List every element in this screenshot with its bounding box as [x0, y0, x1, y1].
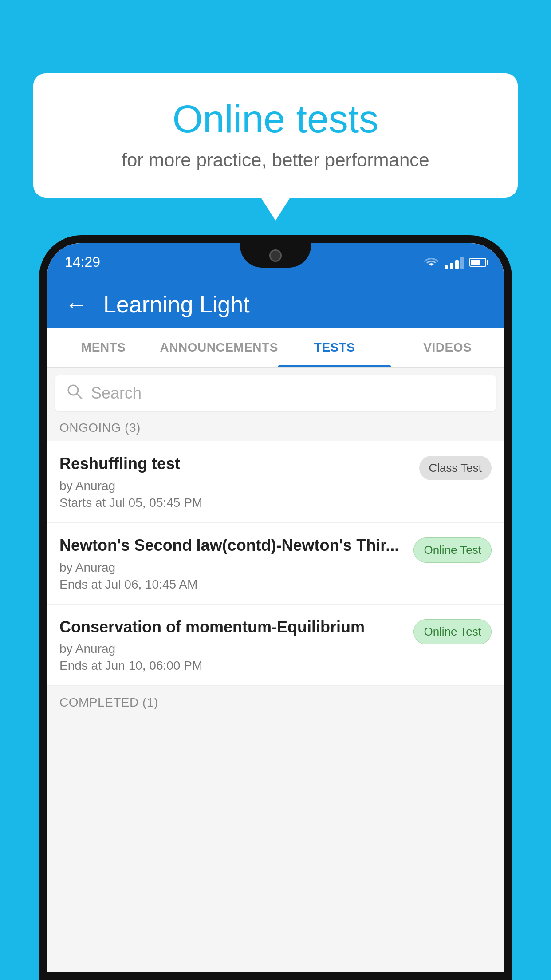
tab-ments[interactable]: MENTS [47, 328, 160, 367]
tabs-bar: MENTS ANNOUNCEMENTS TESTS VIDEOS [47, 328, 504, 368]
phone-container: 14:29 [39, 235, 512, 980]
status-icons [423, 256, 486, 269]
test-badge-online: Online Test [413, 537, 492, 563]
test-badge-online-2: Online Test [413, 619, 492, 644]
test-author: by Anurag [59, 561, 405, 575]
test-list: Reshuffling test by Anurag Starts at Jul… [47, 441, 504, 686]
battery-fill [471, 260, 480, 265]
tab-tests[interactable]: TESTS [278, 328, 391, 367]
test-date: Ends at Jun 10, 06:00 PM [59, 659, 405, 673]
phone-screen: 14:29 [47, 243, 504, 972]
wifi-icon [423, 256, 439, 269]
test-author: by Anurag [59, 642, 405, 656]
test-item[interactable]: Reshuffling test by Anurag Starts at Jul… [47, 441, 504, 523]
search-placeholder: Search [91, 384, 142, 403]
test-name: Reshuffling test [59, 454, 410, 474]
search-bar[interactable]: Search [55, 375, 496, 411]
speech-bubble: Online tests for more practice, better p… [33, 73, 518, 198]
status-bar: 14:29 [47, 243, 504, 281]
search-icon [66, 383, 83, 404]
svg-line-1 [77, 394, 82, 399]
screen-content: Search ONGOING (3) Reshuffling test by A… [47, 368, 504, 972]
notch-cutout [240, 243, 311, 268]
completed-section-label: COMPLETED (1) [47, 686, 504, 716]
app-bar: ← Learning Light [47, 281, 504, 328]
test-name: Newton's Second law(contd)-Newton's Thir… [59, 535, 405, 556]
test-item-left: Reshuffling test by Anurag Starts at Jul… [59, 454, 419, 510]
status-time: 14:29 [65, 254, 100, 270]
app-bar-title: Learning Light [103, 291, 250, 318]
test-date: Ends at Jul 06, 10:45 AM [59, 577, 405, 592]
test-item-left: Conservation of momentum-Equilibrium by … [59, 617, 413, 673]
test-author: by Anurag [59, 479, 410, 493]
test-item[interactable]: Conservation of momentum-Equilibrium by … [47, 605, 504, 686]
test-date: Starts at Jul 05, 05:45 PM [59, 496, 410, 510]
test-name: Conservation of momentum-Equilibrium [59, 617, 405, 638]
ongoing-section-label: ONGOING (3) [47, 411, 504, 441]
bubble-subtitle: for more practice, better performance [60, 150, 491, 171]
test-badge-class: Class Test [419, 456, 492, 480]
bubble-title: Online tests [60, 98, 491, 141]
tab-announcements[interactable]: ANNOUNCEMENTS [160, 328, 278, 367]
camera [269, 249, 282, 262]
test-item-left: Newton's Second law(contd)-Newton's Thir… [59, 535, 413, 592]
battery-icon [469, 258, 486, 267]
back-button[interactable]: ← [65, 293, 88, 316]
signal-icon [445, 256, 464, 269]
phone-frame: 14:29 [39, 235, 512, 980]
test-item[interactable]: Newton's Second law(contd)-Newton's Thir… [47, 523, 504, 605]
tab-videos[interactable]: VIDEOS [391, 328, 504, 367]
